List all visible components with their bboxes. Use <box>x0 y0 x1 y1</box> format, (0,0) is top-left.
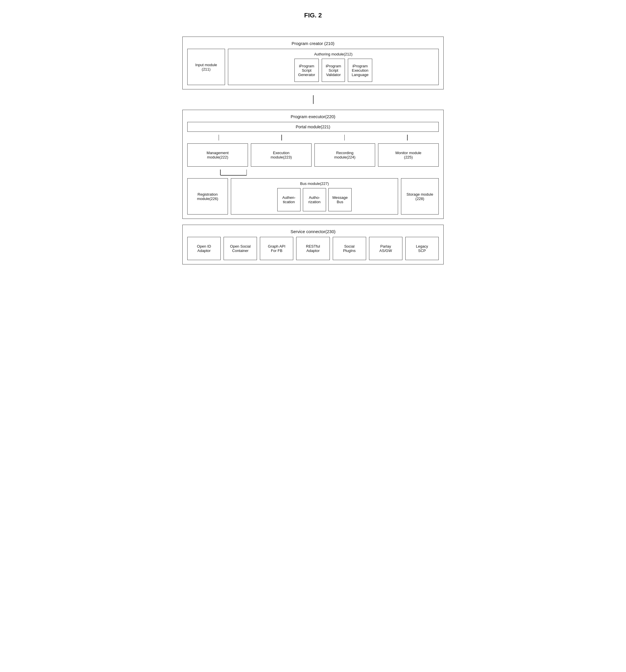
open-social-container-box: Open Social Container <box>224 237 257 260</box>
registration-module-box: Registration module(226) <box>187 178 228 215</box>
input-module-box: Input module (211) <box>187 49 225 85</box>
authoring-module-box: Authoring module(212) iProgram Script Ge… <box>228 49 439 85</box>
bus-module-label: Bus module(227) <box>234 182 395 186</box>
message-bus-box: Message Bus <box>328 188 352 211</box>
iprogram-script-generator-box: iProgram Script Generator <box>295 58 319 82</box>
bus-inner: Authen- tication Autho- rization Message… <box>234 188 395 211</box>
connector-creator-to-executor <box>182 95 444 104</box>
four-modules-row: Management module(222) Execution module(… <box>187 143 439 167</box>
social-plugins-box: Social PlugIns <box>333 237 366 260</box>
storage-module-box: Storage module (228) <box>401 178 439 215</box>
parlay-as-gw-box: Parlay AS/GW <box>369 237 402 260</box>
service-inner: Open ID Adaptor Open Social Container Gr… <box>187 237 439 260</box>
portal-module-box: Portal module(221) <box>187 122 439 132</box>
authentication-box: Authen- tication <box>277 188 301 211</box>
branch-down-1 <box>220 170 221 175</box>
monitor-module-box: Monitor module (225) <box>378 143 439 167</box>
program-executor-label: Program executor(220) <box>187 114 439 119</box>
middle-branch-lines <box>187 170 439 175</box>
recording-module-box: Recording module(224) <box>315 143 375 167</box>
branch-line-4 <box>376 135 439 141</box>
authoring-inner: iProgram Script Generator iProgram Scrip… <box>232 58 435 82</box>
restful-adaptor-box: RESTful Adaptor <box>296 237 329 260</box>
portal-branch-lines <box>187 135 439 141</box>
open-id-adaptor-box: Open ID Adaptor <box>187 237 221 260</box>
bottom-row: Registration module(226) Bus module(227)… <box>187 178 439 215</box>
management-module-box: Management module(222) <box>187 143 248 167</box>
graph-api-fb-box: Graph API For FB <box>260 237 293 260</box>
executor-content: Portal module(221) Management module(222… <box>187 122 439 215</box>
iprogram-execution-language-box: iProgram Execution Language <box>348 58 372 82</box>
branch-line-2 <box>250 135 313 141</box>
program-creator-label: Program creator (210) <box>187 41 439 46</box>
branch-line-1 <box>187 135 250 141</box>
execution-module-box: Execution module(223) <box>251 143 311 167</box>
branch-down-2 <box>247 170 247 175</box>
authoring-module-label: Authoring module(212) <box>232 52 435 56</box>
creator-inner: Input module (211) Authoring module(212)… <box>187 49 439 85</box>
service-connector-box: Service connector(230) Open ID Adaptor O… <box>182 225 444 264</box>
service-connector-label: Service connector(230) <box>187 229 439 234</box>
branch-horiz <box>221 175 247 176</box>
bus-module-box: Bus module(227) Authen- tication Autho- … <box>231 178 398 215</box>
program-creator-box: Program creator (210) Input module (211)… <box>182 37 444 89</box>
figure-title: FIG. 2 <box>182 11 444 19</box>
branch-line-3 <box>313 135 376 141</box>
iprogram-script-validator-box: iProgram Script Validator <box>322 58 345 82</box>
authorization-box: Autho- rization <box>303 188 326 211</box>
program-executor-box: Program executor(220) Portal module(221)… <box>182 110 444 219</box>
legacy-scp-box: Legacy SCP <box>405 237 439 260</box>
diagram: FIG. 2 Program creator (210) Input modul… <box>182 11 444 264</box>
